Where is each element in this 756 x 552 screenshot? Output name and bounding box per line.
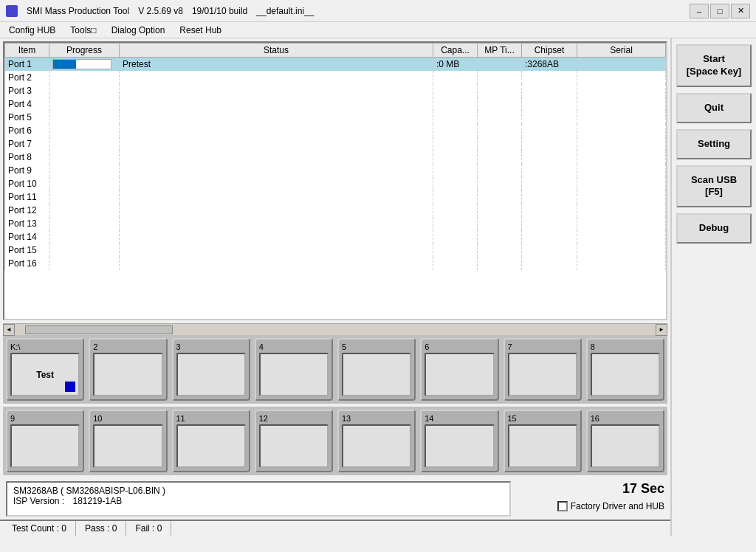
cell-progress [49, 190, 120, 204]
start-button[interactable]: Start [Space Key] [676, 44, 752, 87]
scroll-thumb[interactable] [25, 325, 173, 334]
cell-progress [49, 71, 120, 84]
menu-tools[interactable]: Tools□ [64, 24, 102, 37]
scroll-left-arrow[interactable]: ◄ [3, 324, 15, 336]
slot-number-label: 4 [259, 342, 329, 351]
cell-item: Port 7 [5, 137, 49, 151]
slot-k: K:\Test [6, 338, 84, 401]
cell-serial [577, 71, 666, 84]
cell-progress [49, 124, 120, 137]
quit-button[interactable]: Quit [676, 93, 752, 123]
table-row: Port 13 [5, 217, 666, 230]
cell-mpti [478, 177, 522, 190]
table-row: Port 8 [5, 151, 666, 164]
cell-chipset [522, 124, 577, 137]
info-box: SM3268AB ( SM3268ABISP-L06.BIN ) ISP Ver… [6, 481, 511, 517]
scroll-right-arrow[interactable]: ► [656, 324, 667, 336]
table-row: Port 6 [5, 124, 666, 137]
cell-item: Port 1 [5, 58, 49, 71]
cell-progress [49, 164, 120, 177]
table-row: Port 10 [5, 177, 666, 190]
cell-chipset [522, 204, 577, 217]
slot-inner [425, 424, 494, 468]
cell-serial [577, 164, 666, 177]
debug-button[interactable]: Debug [676, 213, 752, 244]
cell-chipset [522, 164, 577, 177]
cell-serial [577, 97, 666, 111]
slot-5: 5 [337, 338, 416, 401]
isp-version-row: ISP Version : 181219-1AB [13, 496, 504, 506]
scan-usb-label-line2: [F5] [681, 186, 747, 199]
slot-number-label: 15 [508, 414, 577, 423]
slot-label: Test [36, 370, 54, 380]
progress-bar-fill [53, 60, 76, 69]
cell-capa [433, 71, 478, 84]
cell-progress [49, 137, 120, 151]
col-header-status: Status [120, 44, 433, 58]
cell-progress [49, 204, 120, 217]
slot-inner [342, 353, 411, 396]
cell-progress [49, 257, 120, 270]
cell-progress [49, 177, 120, 190]
cell-item: Port 3 [5, 84, 49, 97]
slot-inner [591, 353, 660, 396]
cell-chipset [522, 257, 577, 270]
slot-inner [93, 353, 162, 396]
cell-status [120, 71, 433, 84]
cell-item: Port 9 [5, 164, 49, 177]
cell-capa [433, 244, 478, 257]
minimize-button[interactable]: – [690, 4, 709, 18]
col-header-chipset: Chipset [522, 44, 577, 58]
cell-serial [577, 230, 666, 244]
slot-number-label: K:\ [10, 342, 80, 351]
port-table-container[interactable]: Item Progress Status Capa... MP Ti... Ch… [3, 41, 667, 320]
cell-serial [577, 217, 666, 230]
cell-serial [577, 137, 666, 151]
factory-label: Factory Driver and HUB [571, 501, 664, 511]
setting-button[interactable]: Setting [676, 129, 752, 159]
col-header-item: Item [5, 44, 49, 58]
cell-status [120, 151, 433, 164]
slot-number-label: 12 [259, 414, 329, 423]
cell-mpti [478, 97, 522, 111]
cell-status [120, 230, 433, 244]
cell-serial [577, 124, 666, 137]
slot-number-label: 9 [10, 414, 80, 423]
slots-row1: K:\Test2345678 [3, 335, 667, 404]
cell-mpti [478, 71, 522, 84]
horizontal-scrollbar[interactable]: ◄ ► [3, 323, 667, 335]
slot-12: 12 [255, 410, 333, 472]
pass-count: Pass : 0 [76, 521, 126, 536]
app-build: 19/01/10 build [192, 6, 247, 16]
cell-chipset: :3268AB [522, 58, 577, 71]
slot-number-label: 16 [591, 414, 660, 423]
cell-serial [577, 177, 666, 190]
cell-serial [577, 84, 666, 97]
progress-bar-container [52, 59, 111, 69]
menu-config-hub[interactable]: Config HUB [3, 24, 61, 37]
cell-capa [433, 217, 478, 230]
close-button[interactable]: ✕ [731, 4, 750, 18]
slot-number-label: 10 [93, 414, 162, 423]
menu-dialog-option[interactable]: Dialog Option [106, 24, 171, 37]
cell-capa [433, 84, 478, 97]
cell-status [120, 111, 433, 124]
chipset-info: SM3268AB ( SM3268ABISP-L06.BIN ) [13, 486, 504, 496]
cell-capa [433, 164, 478, 177]
window-controls: – □ ✕ [690, 4, 750, 18]
cell-mpti [478, 111, 522, 124]
slot-4: 4 [255, 338, 333, 401]
factory-checkbox[interactable] [557, 501, 568, 511]
app-version: V 2.5.69 v8 [138, 6, 183, 16]
slot-number-label: 11 [176, 414, 246, 423]
slot-number-label: 13 [342, 414, 411, 423]
isp-file: ( SM3268ABISP-L06.BIN ) [61, 486, 165, 496]
table-scroll[interactable]: Item Progress Status Capa... MP Ti... Ch… [4, 43, 666, 319]
cell-chipset [522, 177, 577, 190]
slot-number-label: 2 [93, 342, 162, 351]
maximize-button[interactable]: □ [710, 4, 729, 18]
menu-reset-hub[interactable]: Reset Hub [173, 24, 227, 37]
cell-progress [49, 230, 120, 244]
scan-usb-button[interactable]: Scan USB [F5] [676, 165, 752, 208]
cell-serial [577, 190, 666, 204]
